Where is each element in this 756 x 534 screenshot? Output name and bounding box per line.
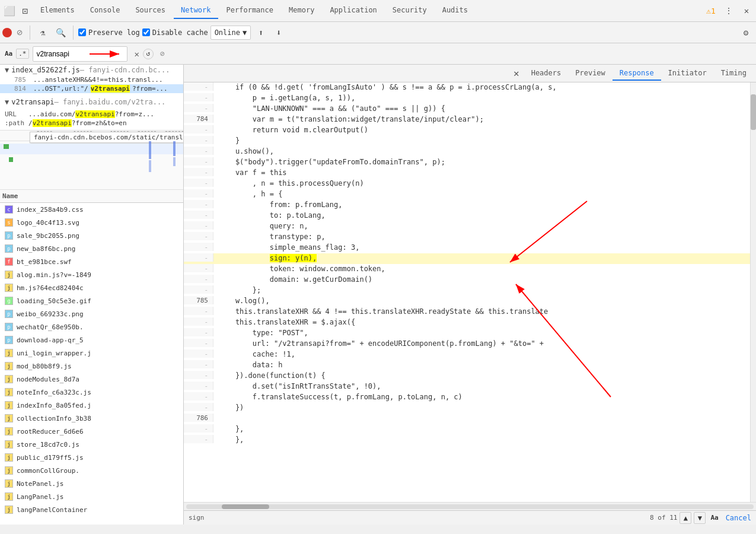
warning-icon[interactable]: ⚠ 1 [704,4,718,18]
preserve-log-checkbox[interactable]: Preserve log [78,28,140,37]
file-item-wechat[interactable]: p wechatQr_68e950b. [0,320,183,333]
close-response-panel-button[interactable]: ✕ [509,68,524,79]
code-line-18: - domain: w.getCurDomain() [184,275,750,285]
tab-application[interactable]: Application [323,2,384,19]
css-file-icon: c [5,205,13,214]
settings-icon[interactable]: ⚙ [738,25,754,40]
code-viewer[interactable]: - if (0 && !d.get( 'fromLangIsAuto' ) &&… [184,82,750,502]
file-item-png-sale[interactable]: p sale_9bc2055.png [0,229,183,242]
code-scrollbar-v[interactable] [750,82,756,502]
name-column-header: Name [2,192,181,200]
file-item-loading[interactable]: g loading_50c5e3e.gif [0,294,183,307]
search-regex-btn[interactable]: .* [16,49,28,59]
search-result-v2transapi[interactable]: ▼ v2transapi — fanyi.baidu.com/v2tra... [0,97,183,107]
match-case-toggle[interactable]: Aa [710,514,718,522]
search-clear-button[interactable]: ⊘ [157,49,168,59]
file-item-lang-panel[interactable]: j LangPanel.js [0,490,183,503]
file-name-3: new_ba8f6bc.png [17,245,75,253]
file-item-root-reducer[interactable]: j rootReducer_6d6e6 [0,425,183,438]
png-file-icon-wechat: p [5,323,13,331]
file-item-collection[interactable]: j collectionInfo_3b38 [0,412,183,425]
file-item-svg[interactable]: s logo_40c4f13.svg [0,216,183,229]
scrollbar-thumb[interactable] [751,94,756,130]
file-name-14: noteInfo_c6a323c.js [17,389,91,396]
js-file-icon-note: j [5,388,13,396]
code-line-5: - return void m.clearOutput() [184,125,750,136]
search-close-button[interactable]: ✕ [135,49,139,59]
file-item-node[interactable]: j nodeModules_8d7a [0,373,183,386]
prev-match-button[interactable]: ▲ [680,512,691,524]
file-name-20: commonCollGroup. [17,467,79,475]
tab-performance[interactable]: Performance [219,2,280,19]
disable-cache-checkbox[interactable]: Disable cache [142,28,208,37]
file-name-7: loading_50c5e3e.gif [17,297,91,305]
code-line-11: - , h = { [184,189,750,200]
search-result-file1[interactable]: ▼ index_d52622f.js — fanyi-cdn.cdn.bc... [0,65,183,75]
clear-button[interactable]: ⊘ [14,27,25,38]
throttle-dropdown[interactable]: Online ▼ [210,26,251,40]
close-devtools-icon[interactable]: ✕ [739,4,754,18]
next-match-button[interactable]: ▼ [694,512,706,524]
search-result-line-814[interactable]: 814 ...OST",url:"/v2transapi?from=... [0,84,183,93]
file-item-mod[interactable]: j mod_b80b8f9.js [0,360,183,373]
code-line-19: - }; [184,285,750,296]
tab-response[interactable]: Response [613,66,661,81]
file-item-hm[interactable]: j hm.js?64ecd82404c [0,281,183,294]
file-name-4: bt_e981bce.swf [17,258,72,266]
js-file-icon-uni: j [5,349,13,357]
timeline-selected-row[interactable] [0,144,183,154]
import-har-icon[interactable]: ⬆ [253,25,269,40]
tab-network[interactable]: Network [174,2,218,19]
file-item-weibo[interactable]: p weibo_669233c.png [0,307,183,320]
file-item-public[interactable]: j public_d179ff5.js [0,451,183,464]
tab-audits[interactable]: Audits [435,2,475,19]
code-line-1: - if (0 && !d.get( 'fromLangIsAuto' ) &&… [184,82,750,93]
filter-icon[interactable]: ⚗ [35,25,50,40]
devtools-icon-device[interactable]: ⊡ [18,4,32,18]
tab-security[interactable]: Security [385,2,434,19]
code-line-23: - url: "/v2transapi?from=" + encodeURICo… [184,339,750,349]
tab-elements[interactable]: Elements [33,2,82,19]
gif-file-icon: g [5,297,13,305]
tab-preview[interactable]: Preview [568,66,613,81]
search-reload-button[interactable]: ↺ [143,49,154,59]
file-item-download-qr[interactable]: p download-app-qr_5 [0,333,183,347]
h-scrollbar-thumb[interactable] [222,504,269,509]
search-icon[interactable]: 🔍 [53,25,68,40]
file-item-index-info[interactable]: j indexInfo_8a05fed.j [0,399,183,412]
file-item-lang-container[interactable]: j langPanelContainer [0,503,183,516]
file-item-alog[interactable]: j alog.min.js?v=-1849 [0,268,183,281]
tab-sources[interactable]: Sources [128,2,173,19]
tab-timing[interactable]: Timing [714,66,754,81]
js-file-icon-public: j [5,453,13,462]
code-line-20: - this.translateXHR && 4 !== this.transl… [184,307,750,317]
file-item-uni[interactable]: j uni_login_wrapper.j [0,347,183,360]
svg-file-icon: s [5,218,13,227]
file-item-png-new[interactable]: p new_ba8f6bc.png [0,242,183,255]
search-result-line-785[interactable]: 785 ...anslateXHR&&4!==this.transl... [0,75,183,84]
cancel-search-button[interactable]: Cancel [726,514,751,522]
file-item-note[interactable]: j noteInfo_c6a323c.js [0,386,183,399]
file-name-22: LangPanel.js [17,493,63,501]
file-item-css[interactable]: c index_258a4b9.css [0,203,183,216]
tab-console[interactable]: Console [83,2,127,19]
code-scrollbar-h[interactable] [184,502,756,510]
tab-headers[interactable]: Headers [524,66,569,81]
swf-file-icon: f [5,258,13,266]
file-name-5: alog.min.js?v=-1849 [17,271,91,279]
file-item-swf[interactable]: f bt_e981bce.swf [0,255,183,268]
code-line-14: - query: n, [184,221,750,232]
file-item-common-coll[interactable]: j commonCollGroup. [0,464,183,477]
record-button[interactable] [2,28,12,37]
file-item-note-panel[interactable]: j NotePanel.js [0,477,183,490]
timeline-row-2[interactable] [0,154,183,165]
file-item-store[interactable]: j store_18cd7c0.js [0,438,183,451]
more-options-icon[interactable]: ⋮ [722,4,736,18]
file-name-23: langPanelContainer [17,506,87,514]
tab-initiator[interactable]: Initiator [661,66,714,81]
devtools-icon-inspect[interactable]: ⬜ [2,4,17,18]
search-match-case-btn[interactable]: Aa [5,50,12,58]
code-line-12: - from: p.fromLang, [184,200,750,211]
tab-memory[interactable]: Memory [282,2,321,19]
export-har-icon[interactable]: ⬇ [271,25,286,40]
